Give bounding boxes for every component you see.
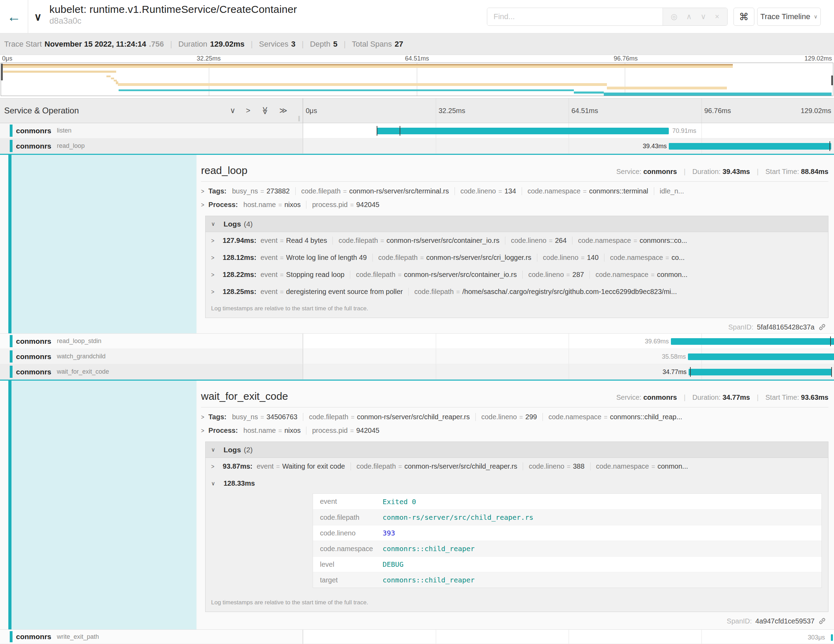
chevron-down-icon: ∨ <box>211 480 215 487</box>
span-bar[interactable] <box>689 369 832 375</box>
service-color-bar <box>10 140 13 152</box>
chevron-right-icon: > <box>211 271 214 279</box>
process-row[interactable]: > Process: host.name=nixos process.pid=9… <box>201 201 828 209</box>
find-clear-icon[interactable]: × <box>715 12 719 21</box>
tag-item: code.filepath=conmon-rs/server/src/termi… <box>295 187 454 195</box>
start-time-label: Start Time: <box>766 168 799 175</box>
collapse-one-icon[interactable]: ∨ <box>230 106 236 115</box>
span-bar[interactable] <box>669 143 831 150</box>
span-row-write-exit-path[interactable]: conmonrs write_exit_path 303μs <box>0 630 834 644</box>
detail-indent-area <box>11 155 197 333</box>
tag-item: busy_ns=273882 <box>232 187 295 195</box>
copy-link-icon[interactable] <box>818 617 826 625</box>
tag-item: code.namespace=conmonrs::terminal <box>522 187 654 195</box>
log-entry[interactable]: > 93.87ms: event=Waiting for exit code c… <box>205 458 828 475</box>
tag-item: idle_n... <box>654 187 690 195</box>
minimap-spans-canvas[interactable] <box>1 63 833 96</box>
log-field-row: code.filepath conmon-rs/server/src/child… <box>313 509 821 525</box>
span-bar[interactable] <box>688 353 834 360</box>
tags-label: Tags: <box>208 413 226 421</box>
span-timeline-cell: 303μs <box>302 630 834 644</box>
log-field-row: event Exited 0 <box>313 494 821 509</box>
timeline-tick: 32.25ms <box>438 107 465 115</box>
minimap-tick: 129.02ms <box>805 55 832 62</box>
span-detail-wait-for-exit-code: wait_for_exit_code Service: conmonrs | D… <box>0 380 834 630</box>
view-select[interactable]: Trace Timeline ∨ <box>757 8 821 26</box>
span-bar[interactable] <box>671 338 834 345</box>
total-spans-value: 27 <box>395 40 403 49</box>
service-label: Service: <box>616 168 641 175</box>
chevron-down-icon: ∨ <box>34 11 42 23</box>
process-row[interactable]: > Process: host.name=nixos process.pid=9… <box>201 427 828 435</box>
column-resizer-handle[interactable]: ∥ <box>298 115 301 121</box>
copy-link-icon[interactable] <box>818 323 826 331</box>
logs-header[interactable]: ∨ Logs (4) <box>205 216 828 232</box>
tags-row[interactable]: > Tags: busy_ns=34506763 code.filepath=c… <box>201 413 828 421</box>
depth-value: 5 <box>333 40 337 49</box>
field-value: conmonrs::child_reaper <box>383 576 475 584</box>
service-name: conmonrs <box>16 368 52 376</box>
logs-label: Logs <box>224 220 241 228</box>
span-bar[interactable] <box>831 634 833 641</box>
logs-header[interactable]: ∨ Logs (2) <box>205 442 828 458</box>
depth-label: Depth <box>310 40 330 49</box>
span-bar[interactable] <box>377 128 669 134</box>
service-color-bar <box>10 335 13 347</box>
span-row-watch-grandchild[interactable]: conmonrs watch_grandchild 35.58ms <box>0 349 834 364</box>
service-operation-title: Service & Operation <box>4 106 79 115</box>
tag-item: busy_ns=34506763 <box>232 413 303 421</box>
span-row-read-loop-stdin[interactable]: conmonrs read_loop_stdin 39.69ms <box>0 334 834 349</box>
span-row-read-loop[interactable]: conmonrs read_loop 39.43ms <box>0 139 834 154</box>
logs-box: ∨ Logs (4) > 127.94ms: event=Read 4 byte… <box>205 216 828 318</box>
keyboard-shortcuts-button[interactable]: ⌘ <box>734 8 754 26</box>
operation-name: write_exit_path <box>57 633 99 641</box>
field-value: Exited 0 <box>383 498 416 506</box>
process-item: host.name=nixos <box>244 201 306 209</box>
tag-value: conmon-rs/server/src/terminal.rs <box>349 187 449 195</box>
chevron-right-icon: > <box>201 188 204 195</box>
duration-label: Duration: <box>692 393 721 401</box>
minimap-right-scrubber[interactable] <box>831 76 833 85</box>
find-input[interactable] <box>487 8 663 25</box>
log-entry[interactable]: > 128.25ms: event=deregistering event so… <box>205 283 828 300</box>
minimap-left-scrubber[interactable] <box>1 64 3 80</box>
view-select-label: Trace Timeline <box>760 12 810 21</box>
spanid-label: SpanID: <box>728 323 753 331</box>
log-entry[interactable]: > 127.94ms: event=Read 4 bytes code.file… <box>205 232 828 249</box>
expand-one-icon[interactable]: > <box>246 106 251 115</box>
span-detail-title: wait_for_exit_code <box>201 390 288 402</box>
collapse-all-icon[interactable]: ≫ <box>260 107 269 115</box>
log-field-row: level DEBUG <box>313 556 821 572</box>
span-name-cell: conmonrs listen <box>0 123 302 139</box>
expand-all-icon[interactable]: ≫ <box>279 106 287 115</box>
field-value: conmonrs::child_reaper <box>383 544 475 553</box>
trace-collapse-toggle[interactable]: ∨ <box>34 0 42 33</box>
span-detail-meta: Service: conmonrs | Duration: 34.77ms | … <box>616 393 828 401</box>
service-color-bar <box>10 125 13 137</box>
process-item: host.name=nixos <box>244 427 306 435</box>
trace-id: d8a3a0c <box>49 16 297 26</box>
minimap-tick: 32.25ms <box>197 55 220 62</box>
logs-count: (2) <box>244 446 253 454</box>
process-label: Process: <box>208 427 238 435</box>
tags-row[interactable]: > Tags: busy_ns=273882 code.filepath=con… <box>201 187 828 195</box>
service-color-bar <box>8 380 11 629</box>
duration-value: 34.77ms <box>722 393 750 401</box>
span-timeline-cell: 39.69ms <box>302 334 834 349</box>
operation-name: read_loop <box>57 142 85 150</box>
timeline-tick: 0μs <box>306 107 317 115</box>
duration-label: Duration: <box>692 168 721 175</box>
trace-start-label: Trace Start <box>4 40 42 49</box>
span-row-wait-for-exit-code[interactable]: conmonrs wait_for_exit_code 34.77ms <box>0 364 834 380</box>
process-label: Process: <box>208 201 238 209</box>
log-entry[interactable]: > 128.22ms: event=Stopping read loop cod… <box>205 266 828 283</box>
find-next-icon[interactable]: ∨ <box>700 12 706 21</box>
find-match-icon[interactable]: ◎ <box>671 12 677 21</box>
log-entry[interactable]: > 128.12ms: event=Wrote log line of leng… <box>205 249 828 266</box>
timeline-header-left: Service & Operation ∨ > ≫ ≫ ∥ <box>0 99 302 123</box>
back-button[interactable]: ← <box>0 0 28 33</box>
span-row-listen[interactable]: conmonrs listen 70.91ms <box>0 123 834 139</box>
log-entry-expanded[interactable]: ∨ 128.33ms <box>205 475 828 492</box>
find-prev-icon[interactable]: ∧ <box>686 12 692 21</box>
minimap-tick: 0μs <box>2 55 12 62</box>
